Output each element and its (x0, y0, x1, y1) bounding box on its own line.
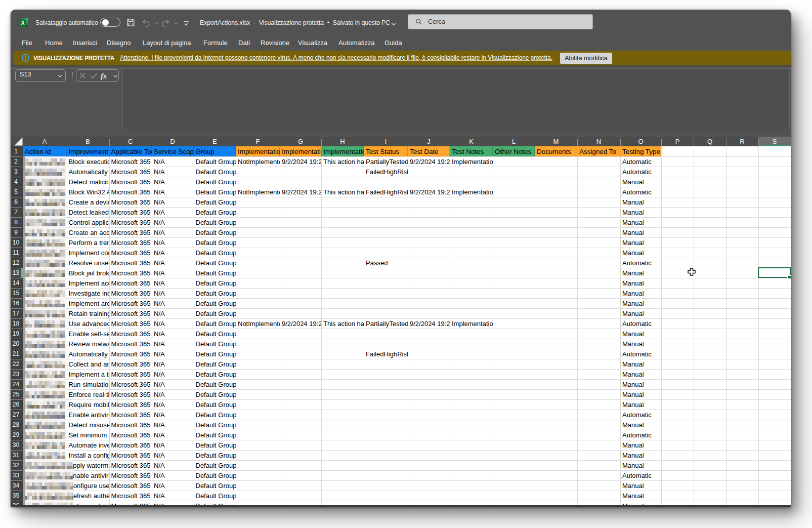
svg-text:X: X (21, 20, 24, 26)
svg-text:fx: fx (101, 72, 107, 80)
